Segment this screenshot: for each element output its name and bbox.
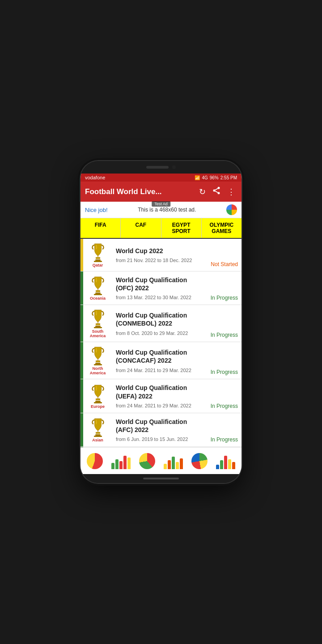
competition-item[interactable]: North America World Cup Qualification (C…: [80, 342, 242, 379]
svg-line-4: [215, 188, 218, 190]
region-label: Oceania: [90, 296, 106, 301]
comp-right: In Progress: [206, 342, 242, 379]
competition-name: World Cup Qualification (CONCACAF) 2022: [116, 348, 202, 364]
region-label: Qatar: [93, 263, 103, 267]
svg-rect-10: [93, 327, 102, 328]
trophy-area: North America: [83, 342, 112, 379]
tab-egypt-sport[interactable]: EGYPT SPORT: [161, 218, 202, 238]
svg-rect-8: [93, 294, 102, 295]
competition-item[interactable]: Europe World Cup Qualification (UEFA) 20…: [80, 379, 242, 413]
region-label: South America: [85, 329, 110, 338]
trophy-icon: [89, 309, 106, 328]
status-badge: In Progress: [211, 332, 238, 338]
wifi-icon: 📶: [195, 175, 200, 180]
competition-item[interactable]: South America World Cup Qualification (C…: [80, 305, 242, 342]
trophy-icon: [89, 417, 106, 437]
competition-dates: from 8 Oct. 2020 to 29 Mar. 2022: [116, 330, 202, 336]
trophy-area: Africa: [83, 447, 112, 447]
app-toolbar: Football World Live... ↻ ⋮: [80, 182, 242, 202]
competition-dates: from 21 Nov. 2022 to 18 Dec. 2022: [116, 258, 202, 263]
region-label: North America: [85, 366, 110, 375]
tab-olympic-games[interactable]: OLYMPIC GAMES: [202, 218, 242, 238]
svg-line-3: [215, 191, 218, 192]
carrier-label: vodafone: [85, 175, 105, 180]
trophy-area: Asian: [83, 413, 112, 446]
competition-info: World Cup Qualification (CAF) 2022: [112, 447, 206, 447]
tab-caf[interactable]: CAF: [121, 218, 161, 238]
signal-label: 4G: [202, 175, 208, 180]
trophy-area: Europe: [83, 379, 112, 412]
comp-right: In Progress: [206, 413, 242, 446]
app-title: Football World Live...: [85, 187, 195, 196]
competition-info: World Cup Qualification (CONMEBOL) 2022 …: [112, 305, 206, 342]
more-options-icon[interactable]: ⋮: [225, 186, 237, 198]
competition-dates: from 6 Jun. 2019 to 15 Jun. 2022: [116, 436, 202, 442]
bottom-ads-bar: [80, 447, 242, 474]
status-badge: In Progress: [211, 403, 238, 409]
svg-point-0: [218, 187, 220, 189]
ad-description: This is a 468x60 test ad.: [110, 207, 224, 213]
svg-point-2: [218, 192, 220, 194]
competition-name: World Cup Qualification (UEFA) 2022: [116, 384, 202, 400]
ad-banner[interactable]: Test Ad Nice job! This is a 468x60 test …: [80, 202, 242, 218]
ad-pie-chart-1: [87, 453, 103, 469]
tab-fifa[interactable]: FIFA: [80, 218, 121, 238]
svg-rect-14: [93, 402, 102, 403]
svg-rect-7: [95, 292, 100, 294]
trophy-area: South America: [83, 305, 112, 342]
ad-logo: [226, 204, 237, 215]
tabs-row: FIFA CAF EGYPT SPORT OLYMPIC GAMES: [80, 218, 242, 239]
phone-bottom-bar: [80, 474, 242, 483]
svg-rect-13: [95, 400, 100, 402]
competition-dates: from 13 Mar. 2022 to 30 Mar. 2022: [116, 295, 202, 300]
ad-bar-chart-3: [216, 453, 235, 469]
svg-rect-6: [93, 261, 102, 262]
svg-rect-11: [95, 363, 100, 364]
status-right: 📶 4G 96% 2:55 PM: [195, 175, 237, 180]
trophy-area: Oceania: [83, 271, 112, 305]
trophy-icon: [89, 346, 106, 365]
ad-pie-chart-3: [191, 453, 208, 469]
comp-right: In Progress: [206, 379, 242, 412]
refresh-icon[interactable]: ↻: [197, 186, 208, 198]
region-label: Europe: [91, 404, 105, 409]
competition-info: World Cup Qualification (UEFA) 2022 from…: [112, 379, 206, 412]
phone-shell: vodafone 📶 4G 96% 2:55 PM Football World…: [80, 161, 242, 483]
competition-dates: from 24 Mar. 2021 to 29 Mar. 2022: [116, 368, 202, 373]
svg-rect-12: [93, 364, 102, 365]
svg-point-1: [213, 190, 216, 192]
competition-info: World Cup Qualification (AFC) 2022 from …: [112, 413, 206, 446]
comp-right: Not Started: [206, 239, 242, 271]
region-label: Asian: [92, 438, 103, 442]
svg-rect-9: [95, 326, 100, 327]
content-area[interactable]: Qatar World Cup 2022 from 21 Nov. 2022 t…: [80, 239, 242, 447]
status-badge: In Progress: [211, 369, 238, 375]
phone-camera: [172, 165, 176, 169]
trophy-icon: [89, 384, 106, 403]
trophy-area: Qatar: [83, 239, 112, 271]
competition-item[interactable]: Africa World Cup Qualification (CAF) 202…: [80, 447, 242, 447]
ad-pie-chart-2: [139, 453, 155, 469]
competition-item[interactable]: Qatar World Cup 2022 from 21 Nov. 2022 t…: [80, 239, 242, 271]
time-label: 2:55 PM: [220, 175, 237, 180]
competition-info: World Cup 2022 from 21 Nov. 2022 to 18 D…: [112, 239, 206, 271]
competition-name: World Cup Qualification (OFC) 2022: [116, 276, 202, 292]
competition-item[interactable]: Asian World Cup Qualification (AFC) 2022…: [80, 413, 242, 447]
comp-right: [206, 447, 242, 447]
svg-rect-15: [95, 434, 100, 436]
competition-name: World Cup Qualification (CONMEBOL) 2022: [116, 311, 202, 327]
comp-right: In Progress: [206, 305, 242, 342]
ad-nice-text: Nice job!: [85, 207, 108, 213]
battery-label: 96%: [210, 175, 219, 180]
competition-item[interactable]: Oceania World Cup Qualification (OFC) 20…: [80, 271, 242, 305]
share-icon[interactable]: [210, 185, 223, 198]
home-indicator: [143, 478, 179, 479]
competition-name: World Cup Qualification (AFC) 2022: [116, 418, 202, 434]
competition-info: World Cup Qualification (CONCACAF) 2022 …: [112, 342, 206, 379]
phone-top-bar: [80, 161, 242, 174]
trophy-icon: [89, 275, 106, 295]
ad-bar-chart-1: [111, 453, 131, 469]
competition-list: Qatar World Cup 2022 from 21 Nov. 2022 t…: [80, 239, 242, 447]
phone-speaker: [146, 166, 169, 169]
trophy-icon: [89, 242, 106, 262]
